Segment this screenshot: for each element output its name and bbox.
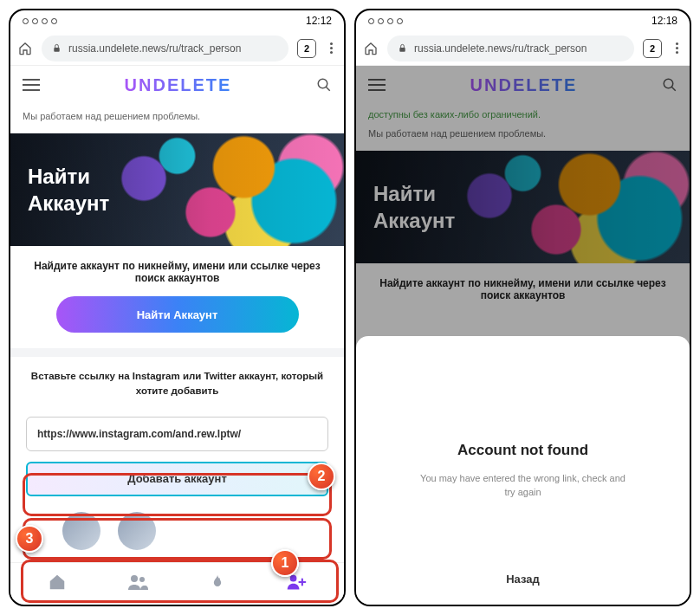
status-bar: 12:18 <box>356 10 690 31</box>
marker-3: 3 <box>16 525 43 553</box>
svg-rect-0 <box>54 48 59 52</box>
status-bar: 12:12 <box>10 10 344 31</box>
back-button[interactable]: Назад <box>506 573 540 586</box>
svg-point-3 <box>131 575 138 582</box>
paste-instruction: Вставьте ссылку на Instagram или Twitter… <box>10 357 344 411</box>
page-content: UNDELETE Мы работаем над решением пробле… <box>10 66 344 605</box>
svg-point-5 <box>290 574 297 581</box>
url-bar[interactable]: russia.undelete.news/ru/track_person <box>42 36 288 62</box>
nav-people-icon[interactable] <box>126 573 149 591</box>
lock-icon <box>398 42 407 54</box>
marker-1: 1 <box>271 549 299 577</box>
avatar[interactable] <box>118 512 156 550</box>
url-text: russia.undelete.news/ru/track_person <box>68 42 241 55</box>
home-icon[interactable] <box>363 42 379 55</box>
page-content: UNDELETE доступны без каких-либо огранич… <box>356 66 690 605</box>
phone-right: 12:18 russia.undelete.news/ru/track_pers… <box>354 9 691 606</box>
sheet-message: You may have entered the wrong link, che… <box>415 471 632 500</box>
url-text: russia.undelete.news/ru/track_person <box>414 42 587 55</box>
url-input[interactable]: https://www.instagram.com/and.rew.lptw/ <box>26 417 328 451</box>
svg-point-4 <box>139 577 145 582</box>
phone-left: 12:12 russia.undelete.news/ru/track_pers… <box>9 9 346 606</box>
account-thumbnails <box>10 496 344 555</box>
avatar[interactable] <box>62 512 100 550</box>
lock-icon <box>52 42 62 54</box>
tab-count[interactable]: 2 <box>297 39 316 58</box>
browser-bar: russia.undelete.news/ru/track_person 2 <box>356 31 690 66</box>
home-icon[interactable] <box>17 42 33 55</box>
more-icon[interactable] <box>671 42 683 54</box>
sheet-title: Account not found <box>457 442 588 459</box>
tab-count[interactable]: 2 <box>643 39 662 58</box>
add-account-button[interactable]: Добавать аккаунт <box>26 462 328 496</box>
more-icon[interactable] <box>325 42 337 54</box>
hero-title: Найти Аккаунт <box>28 163 109 217</box>
notice-text: Мы работаем над решением проблемы. <box>10 104 344 133</box>
menu-icon[interactable] <box>23 79 40 91</box>
hero-banner: Найти Аккаунт <box>10 133 344 246</box>
error-sheet: Account not found You may have entered t… <box>356 336 690 605</box>
status-dots <box>23 18 57 24</box>
nav-fire-icon[interactable] <box>209 573 226 592</box>
nav-home-icon[interactable] <box>48 573 67 592</box>
status-dots <box>368 18 403 24</box>
site-header: UNDELETE <box>10 66 344 104</box>
find-subtext: Найдите аккаунт по никнейму, имени или с… <box>10 246 344 296</box>
status-time: 12:18 <box>651 15 677 27</box>
url-bar[interactable]: russia.undelete.news/ru/track_person <box>387 36 634 62</box>
section-divider <box>10 348 344 357</box>
search-icon[interactable] <box>316 77 332 93</box>
status-time: 12:12 <box>306 15 332 27</box>
find-account-button[interactable]: Найти Аккаунт <box>56 296 299 333</box>
logo[interactable]: UNDELETE <box>125 75 232 95</box>
svg-rect-6 <box>399 48 405 52</box>
svg-point-1 <box>318 79 327 88</box>
marker-2: 2 <box>308 463 335 490</box>
browser-bar: russia.undelete.news/ru/track_person 2 <box>10 31 344 66</box>
svg-line-2 <box>326 87 330 91</box>
